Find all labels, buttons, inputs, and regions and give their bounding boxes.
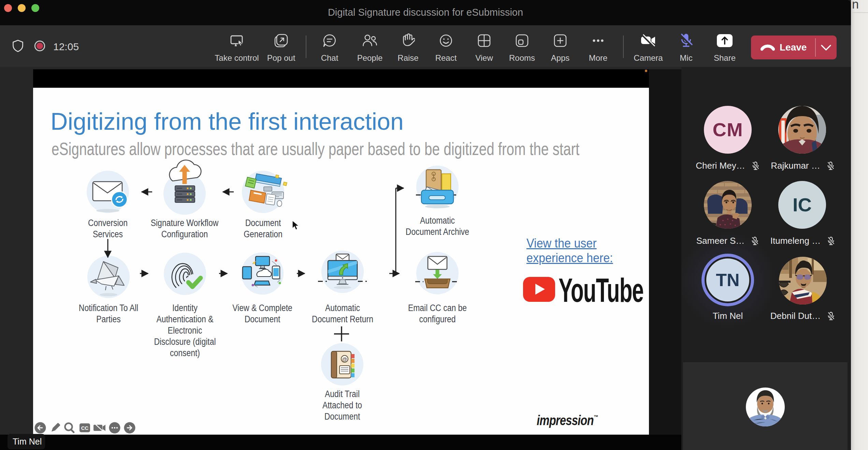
svg-text:CC: CC — [81, 425, 89, 431]
